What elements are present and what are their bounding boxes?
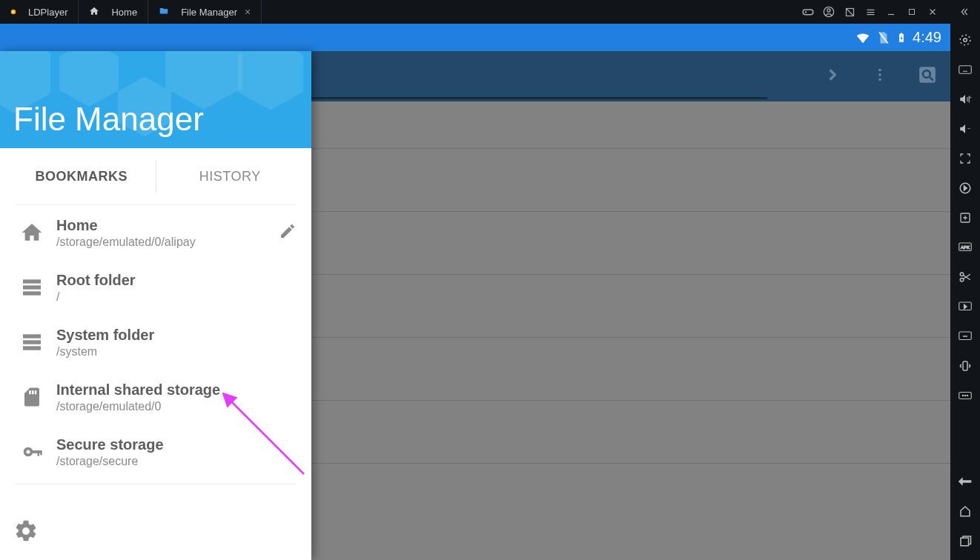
svg-point-46 (964, 395, 966, 396)
svg-marker-14 (59, 51, 119, 107)
wifi-icon (855, 30, 871, 46)
svg-text:+: + (969, 95, 972, 99)
screenshot-icon[interactable] (839, 1, 860, 22)
svg-rect-7 (901, 33, 902, 34)
maximize-icon[interactable] (901, 1, 922, 22)
svg-point-39 (960, 273, 964, 276)
hamburger-icon[interactable] (860, 1, 881, 22)
bookmark-internal-storage[interactable]: Internal shared storage /storage/emulate… (7, 370, 304, 424)
svg-rect-48 (961, 538, 969, 546)
gamepad-icon[interactable] (798, 1, 818, 22)
bookmark-path: /storage/emulated/0 (56, 400, 297, 413)
bookmark-root[interactable]: Root folder / (7, 260, 304, 315)
storage-icon (15, 270, 49, 304)
fullscreen-icon[interactable] (956, 150, 974, 167)
tab-label: File Manager (181, 7, 237, 18)
drawer-scrim[interactable] (311, 51, 950, 560)
tab-close-icon[interactable]: × (245, 6, 251, 18)
more-icon[interactable] (956, 387, 974, 404)
emulator-right-toolbar: + − APK (950, 24, 980, 560)
svg-rect-32 (959, 66, 972, 74)
bookmark-label: Home (56, 217, 279, 234)
svg-point-40 (960, 279, 964, 282)
svg-rect-22 (23, 340, 41, 344)
back-nav-icon[interactable] (956, 473, 974, 490)
recents-nav-icon[interactable] (956, 532, 974, 550)
navigation-drawer: File Manager BOOKMARKS HISTORY Home /sto… (0, 51, 311, 560)
svg-rect-23 (23, 346, 41, 350)
tab-history[interactable]: HISTORY (156, 148, 305, 204)
home-icon (89, 6, 105, 19)
svg-rect-19 (23, 285, 41, 289)
apk-install-icon[interactable]: APK (956, 239, 974, 256)
svg-rect-27 (38, 450, 40, 456)
home-nav-icon[interactable] (956, 502, 974, 520)
sync-icon[interactable] (956, 179, 974, 197)
no-sim-icon (877, 30, 890, 46)
storage-icon (15, 325, 49, 359)
tab-file-manager[interactable]: File Manager × (148, 0, 262, 24)
bookmark-secure-storage[interactable]: Secure storage /storage/secure (7, 424, 304, 479)
tab-home[interactable]: Home (79, 0, 148, 24)
edit-icon[interactable] (279, 222, 297, 243)
bookmark-path: /storage/emulated/0/alipay (56, 236, 279, 249)
svg-rect-43 (963, 361, 967, 370)
status-time: 4:49 (913, 29, 941, 46)
bookmark-label: Secure storage (56, 436, 297, 453)
volume-up-icon[interactable]: + (956, 90, 974, 108)
svg-point-47 (967, 395, 968, 396)
svg-point-45 (962, 395, 964, 396)
settings-icon[interactable] (13, 533, 39, 546)
folder-icon (159, 6, 175, 19)
svg-rect-18 (23, 279, 41, 283)
svg-rect-21 (23, 334, 41, 338)
bookmark-home[interactable]: Home /storage/emulated/0/alipay (7, 205, 304, 260)
volume-down-icon[interactable]: − (956, 120, 974, 138)
shake-icon[interactable] (956, 357, 974, 375)
bookmarks-list: Home /storage/emulated/0/alipay Root fol… (0, 204, 311, 505)
collapse-sidebar-icon[interactable] (953, 1, 974, 22)
svg-rect-28 (40, 450, 42, 455)
window-controls (798, 0, 980, 24)
emulator-tab-bar: LDPlayer Home File Manager × (0, 0, 980, 24)
drawer-tabs: BOOKMARKS HISTORY (0, 148, 311, 204)
account-icon[interactable] (818, 1, 839, 22)
android-status-bar: 4:49 (0, 24, 950, 51)
multi-instance-icon[interactable] (956, 209, 974, 227)
bookmark-path: /storage/secure (56, 455, 297, 468)
bookmark-path: / (56, 290, 297, 304)
svg-point-30 (964, 39, 967, 42)
bookmark-label: Internal shared storage (56, 381, 297, 399)
sd-card-icon (15, 380, 49, 414)
home-icon (15, 216, 49, 250)
settings-gear-icon[interactable] (956, 31, 974, 49)
drawer-title: File Manager (13, 101, 204, 138)
svg-marker-17 (238, 51, 303, 110)
drawer-header: File Manager (0, 51, 311, 148)
record-icon[interactable] (956, 298, 974, 316)
svg-point-3 (827, 9, 830, 12)
scissors-icon[interactable] (956, 268, 974, 286)
battery-charging-icon (896, 30, 907, 46)
bookmark-label: Root folder (56, 272, 297, 289)
emulator-brand-tab: LDPlayer (0, 0, 79, 24)
svg-rect-1 (803, 10, 813, 15)
keyboard-icon[interactable] (956, 61, 974, 79)
minimize-icon[interactable] (881, 1, 901, 22)
emulator-brand-label: LDPlayer (28, 7, 67, 18)
close-icon[interactable] (922, 1, 943, 22)
bookmark-path: /system (56, 345, 297, 359)
drawer-footer (0, 505, 311, 560)
operation-record-icon[interactable] (956, 327, 974, 345)
svg-point-25 (27, 450, 30, 454)
key-icon (15, 435, 49, 469)
tab-label: Home (111, 7, 137, 18)
ldplayer-logo-icon (10, 6, 22, 18)
svg-rect-20 (23, 291, 41, 295)
bookmark-label: System folder (56, 327, 297, 344)
svg-rect-5 (910, 10, 915, 15)
svg-rect-26 (32, 450, 42, 453)
tab-bookmarks[interactable]: BOOKMARKS (7, 148, 156, 204)
svg-text:−: − (967, 125, 971, 132)
bookmark-system[interactable]: System folder /system (7, 315, 304, 370)
